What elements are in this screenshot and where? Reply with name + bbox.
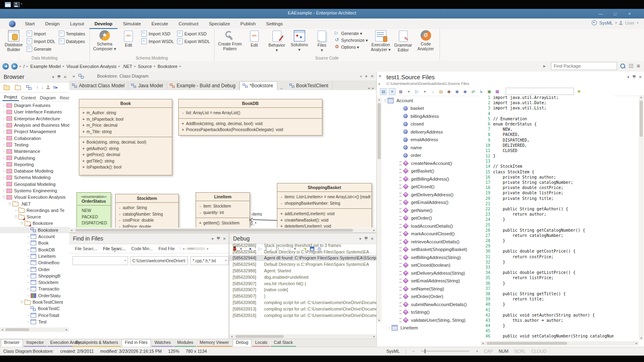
ribbon-tab-design[interactable]: Design [40, 19, 65, 29]
member-method-setname-string[interactable]: setName(String) [382, 285, 481, 293]
expander-icon[interactable]: › [26, 313, 30, 317]
sysml-selector[interactable]: SysML [599, 21, 613, 25]
sysml-caret-icon[interactable]: ▾ [615, 21, 617, 25]
ribbon-button-code-analyzer[interactable]: CodeAnalyzer [415, 29, 437, 51]
ribbon-tab-develop[interactable]: Develop [89, 19, 118, 29]
expander-icon[interactable]: › [2, 182, 6, 186]
ribbon-button-files[interactable]: Files▾ [311, 29, 333, 52]
dock-tab-watches[interactable]: Watches [152, 339, 173, 347]
tab-scroll-left-icon[interactable]: ◂ [367, 86, 371, 90]
tree-item-analysis-and-business-mod[interactable]: ›Analysis and Business Mod [0, 122, 69, 128]
member-method-getemailaddress[interactable]: getEmailAddress() [382, 199, 481, 207]
expander-icon[interactable]: › [14, 208, 18, 212]
tree-item-lineitem[interactable]: ›LineItem [0, 253, 69, 259]
tree-item-user-interface-features[interactable]: ›User Interface Features [0, 109, 69, 115]
ribbon-tab-specialize[interactable]: Specialize [204, 19, 235, 29]
debug-hscrollbar[interactable]: ◂▸ [229, 334, 376, 339]
uml-class-book[interactable]: Book+m_Author: string+m_bPaperback: bool… [79, 99, 172, 175]
ribbon-button-solutions[interactable]: Solutions▾ [288, 29, 311, 52]
tree-item-bookstore[interactable]: Bookstore [0, 227, 69, 233]
find-tab-find-file-3[interactable]: Find File [156, 245, 177, 252]
zoom-slider[interactable] [421, 351, 469, 352]
tree-item-maintenance[interactable]: ›Maintenance [0, 148, 69, 154]
ribbon-button-edit[interactable]: Edit [243, 29, 266, 47]
ribbon-button-generate[interactable]: Generate [27, 46, 56, 52]
expander-icon[interactable]: › [26, 234, 30, 239]
zoom-out-icon[interactable]: − [412, 349, 415, 354]
forward-button[interactable]: ▶ [11, 63, 18, 70]
user-caret-icon[interactable]: ▾ [637, 21, 638, 25]
debug-log-row[interactable]: [585632944]Agent dll found: C:\Program F… [229, 255, 376, 261]
dropdown-icon[interactable]: ▾ [52, 75, 54, 79]
tab-back-icon[interactable]: ← [277, 85, 287, 90]
dock-tab-browser[interactable]: Browser [1, 339, 23, 347]
dock-tab-find-in-files[interactable]: Find in Files [122, 339, 151, 347]
collaborate-icon[interactable] [46, 85, 50, 89]
tree-item-visual-execution-analysis[interactable]: ▽Visual Execution Analysis [0, 194, 69, 200]
user-selector[interactable]: User [625, 21, 634, 25]
diagram-tab-abstract-class-model[interactable]: Abstract Class Model [69, 82, 128, 90]
uml-class-stockitem[interactable]: StockItem-author: String-catalogNumber: … [115, 194, 179, 228]
menu-icon[interactable]: ≡ [637, 63, 640, 69]
new-model-icon[interactable] [4, 86, 10, 90]
search-icon[interactable] [620, 64, 625, 69]
ribbon-button-generate[interactable]: Generate ▾ [335, 31, 368, 36]
pin-icon[interactable] [217, 237, 220, 241]
new-diagram-icon[interactable] [26, 85, 31, 90]
close-icon[interactable]: ✕ [639, 75, 642, 79]
member-method-getbasket[interactable]: getBasket() [382, 167, 481, 175]
tree-item-reporting[interactable]: ›Reporting [0, 161, 69, 168]
expander-icon[interactable]: ▽ [20, 300, 24, 304]
tree-item-publishing[interactable]: ›Publishing [0, 154, 69, 161]
ribbon-button-templates[interactable]: Templates [59, 31, 85, 37]
close-icon[interactable]: ✕ [371, 237, 374, 241]
tree-item-booktestc[interactable]: BookTestC [0, 305, 69, 312]
expander-icon[interactable]: › [26, 248, 30, 252]
pin-icon[interactable] [633, 75, 636, 79]
expander-icon[interactable]: › [2, 149, 6, 153]
tree-item-order[interactable]: ›Order [0, 266, 69, 272]
doc-down-icon[interactable]: ↓ [430, 88, 436, 95]
uml-class-orderstatus[interactable]: «enumeration»OrderStatusNEWPACKEDDISPATC… [76, 192, 111, 228]
expander-icon[interactable]: › [26, 287, 30, 291]
move-up-icon[interactable]: ↑ [36, 85, 39, 90]
breadcrumb-item-example-model[interactable]: Example Model [30, 64, 61, 69]
expander-icon[interactable]: › [26, 294, 30, 298]
tree-item-schema-modeling[interactable]: ›Schema Modeling [0, 174, 69, 181]
ribbon-button-synchronize[interactable]: Synchronize ▾ [335, 37, 368, 43]
diagram-tab-bookstore[interactable]: *Bookstore [239, 81, 277, 90]
ribbon-tab-settings[interactable]: Settings [261, 19, 288, 29]
debug-log-row[interactable]: [585632944]Default Directory is C:\Progr… [229, 249, 376, 255]
ribbon-button-datatypes[interactable]: Datatypes [59, 38, 85, 44]
ribbon-button-create-from-pattern[interactable]: Create FromPattern [217, 29, 243, 51]
doc-tag-icon[interactable]: ▤ [438, 88, 444, 95]
debug-log-row[interactable]: [585633908]compiling script for url: C:\… [229, 299, 376, 306]
find-tab-file-searc-0[interactable]: File Searc... [72, 245, 100, 252]
member-method-setclosed-boolean[interactable]: setClosed(boolean) [382, 261, 481, 269]
minimize-button[interactable]: — [593, 9, 608, 19]
debug-log-row[interactable]: [585632945]Default Directory is C:\Progr… [229, 261, 376, 267]
code-editor[interactable]: 1import java.util.ArrayList;2import java… [481, 95, 613, 340]
tree-item-database-modeling[interactable]: ›Database Modeling [0, 168, 69, 174]
app-window-icon[interactable] [5, 2, 11, 7]
expander-icon[interactable]: › [2, 143, 6, 147]
browser-tab-diagram[interactable]: Diagram [38, 95, 58, 101]
close-icon[interactable]: ✕ [371, 74, 374, 78]
member-field-closed[interactable]: closed [382, 120, 481, 128]
debug-log-row[interactable]: [585632886]Stack recording threshold set… [229, 242, 376, 249]
dock-tab-modules[interactable]: Modules [174, 339, 196, 347]
uml-class-bookdb[interactable]: BookDB-list: ArrayList = new ArrayList()… [178, 99, 322, 136]
diagram-canvas[interactable]: Book+m_Author: string+m_bPaperback: bool… [69, 90, 376, 228]
ribbon-button-import-xsd[interactable]: Import XSD [141, 31, 174, 37]
member-method-loadaccountdetails[interactable]: loadAccountDetails() [382, 222, 481, 230]
maximize-button[interactable]: □ [608, 9, 622, 19]
expander-icon[interactable]: › [2, 130, 6, 134]
member-method-validateuser-string-string[interactable]: validateUser(String, String) [382, 316, 481, 324]
breadcrumb-item-bookstore[interactable]: Bookstore [157, 64, 178, 69]
ribbon-button-execution-analyzer[interactable]: ExecutionAnalyzer ▾ [369, 29, 392, 52]
expander-icon[interactable]: › [2, 110, 6, 114]
find-scrollbar[interactable] [186, 247, 205, 250]
ribbon-button-schema-composer[interactable]: SchemaComposer ▾ [92, 29, 118, 51]
expander-icon[interactable]: › [2, 123, 6, 127]
tree-item-orderstatu[interactable]: ›OrderStatu [0, 292, 69, 299]
